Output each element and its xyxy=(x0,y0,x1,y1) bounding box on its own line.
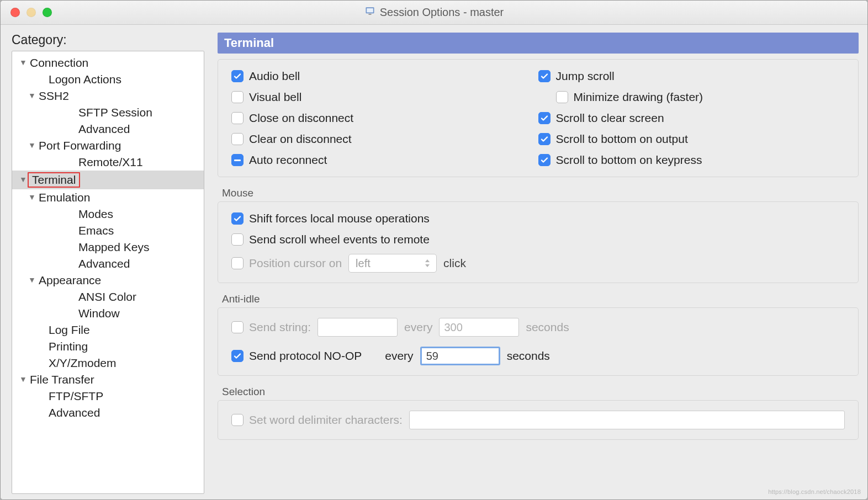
main-panel: Terminal Audio bell Visual bell Close on… xyxy=(213,25,867,499)
column-right: Jump scroll Minimize drawing (faster) Sc… xyxy=(538,70,845,167)
tree-label: Mapped Keys xyxy=(76,241,149,254)
shift-local-mouse-checkbox[interactable]: Shift forces local mouse operations xyxy=(231,212,845,225)
checkbox-label: Send protocol NO-OP xyxy=(249,349,362,363)
app-icon xyxy=(364,6,375,19)
auto-reconnect-checkbox[interactable]: Auto reconnect xyxy=(231,153,538,167)
tree-label: Advanced xyxy=(76,123,130,136)
scroll-bottom-output-checkbox[interactable]: Scroll to bottom on output xyxy=(538,132,845,146)
close-on-disconnect-checkbox[interactable]: Close on disconnect xyxy=(231,111,538,125)
tree-item-advanced-ft[interactable]: Advanced xyxy=(12,405,204,421)
tree-item-file-transfer[interactable]: ▼File Transfer xyxy=(12,371,204,388)
checkbox-label: Scroll to bottom on output xyxy=(556,132,688,146)
column-left: Audio bell Visual bell Close on disconne… xyxy=(231,70,538,167)
tree-label: Emacs xyxy=(76,224,114,237)
category-label: Category: xyxy=(12,33,204,47)
check-icon xyxy=(231,212,244,225)
chevron-down-icon: ▼ xyxy=(19,58,28,67)
chevron-down-icon: ▼ xyxy=(19,375,28,384)
position-cursor-checkbox[interactable]: Position cursor on xyxy=(231,257,342,270)
select-value: left xyxy=(356,257,371,270)
chevron-down-icon: ▼ xyxy=(28,141,36,150)
tree-item-ssh2[interactable]: ▼SSH2 xyxy=(12,88,204,104)
position-cursor-row: Position cursor on left click xyxy=(231,254,845,273)
sidebar: Category: ▼Connection Logon Actions ▼SSH… xyxy=(1,25,213,499)
svg-rect-1 xyxy=(367,8,373,13)
every-label: every xyxy=(385,349,413,363)
tree-label: Appearance xyxy=(36,274,101,287)
tree-label: Terminal xyxy=(28,172,80,188)
tree-label: Printing xyxy=(46,340,88,353)
check-icon xyxy=(538,154,551,166)
zoom-window-button[interactable] xyxy=(43,8,52,17)
checkbox-label: Clear on disconnect xyxy=(249,132,352,146)
clear-on-disconnect-checkbox[interactable]: Clear on disconnect xyxy=(231,132,538,146)
send-string-input[interactable] xyxy=(317,318,398,337)
tree-item-xyzmodem[interactable]: X/Y/Zmodem xyxy=(12,355,204,371)
tree-item-emulation[interactable]: ▼Emulation xyxy=(12,189,204,206)
tree-item-terminal[interactable]: ▼Terminal xyxy=(12,171,204,189)
scroll-clear-screen-checkbox[interactable]: Scroll to clear screen xyxy=(538,111,845,125)
mixed-icon xyxy=(231,154,244,166)
check-icon xyxy=(231,91,244,103)
category-tree[interactable]: ▼Connection Logon Actions ▼SSH2 SFTP Ses… xyxy=(12,51,204,494)
tree-item-ftp-sftp[interactable]: FTP/SFTP xyxy=(12,388,204,405)
close-window-button[interactable] xyxy=(10,8,20,17)
anti-idle-group-title: Anti-idle xyxy=(222,293,859,305)
tree-item-remote-x11[interactable]: Remote/X11 xyxy=(12,154,204,171)
minimize-drawing-checkbox[interactable]: Minimize drawing (faster) xyxy=(556,91,845,104)
every-label: every xyxy=(404,321,432,334)
tree-label: Emulation xyxy=(36,191,90,204)
tree-item-appearance[interactable]: ▼Appearance xyxy=(12,272,204,289)
checkbox-label: Visual bell xyxy=(249,91,301,104)
mouse-group: Shift forces local mouse operations Send… xyxy=(218,201,859,283)
word-delim-input[interactable] xyxy=(409,411,845,429)
tree-item-sftp-session[interactable]: SFTP Session xyxy=(12,104,204,121)
seconds-label: seconds xyxy=(526,321,569,334)
window-title: Session Options - master xyxy=(1,6,867,19)
checkbox-label: Set word delimiter characters: xyxy=(249,413,403,427)
terminal-options-group: Audio bell Visual bell Close on disconne… xyxy=(218,59,859,177)
tree-label: ANSI Color xyxy=(76,290,136,304)
minimize-window-button[interactable] xyxy=(27,8,36,17)
tree-item-advanced-ssh2[interactable]: Advanced xyxy=(12,121,204,137)
send-noop-checkbox[interactable]: Send protocol NO-OP xyxy=(231,349,362,363)
check-icon xyxy=(231,112,244,124)
tree-item-ansi-color[interactable]: ANSI Color xyxy=(12,289,204,305)
window-title-text: Session Options - master xyxy=(380,6,504,19)
word-delim-checkbox[interactable]: Set word delimiter characters: xyxy=(231,413,403,427)
tree-item-port-forwarding[interactable]: ▼Port Forwarding xyxy=(12,137,204,154)
check-icon xyxy=(231,350,244,362)
scroll-bottom-keypress-checkbox[interactable]: Scroll to bottom on keypress xyxy=(538,153,845,167)
string-interval-input[interactable] xyxy=(439,318,519,337)
audio-bell-checkbox[interactable]: Audio bell xyxy=(231,70,538,83)
send-string-checkbox[interactable]: Send string: xyxy=(231,321,311,334)
tree-label: Port Forwarding xyxy=(36,139,121,152)
tree-item-advanced-emu[interactable]: Advanced xyxy=(12,256,204,272)
tree-item-connection[interactable]: ▼Connection xyxy=(12,55,204,71)
checkbox-label: Send scroll wheel events to remote xyxy=(249,233,430,246)
cursor-button-select[interactable]: left xyxy=(348,254,437,273)
check-icon xyxy=(231,133,244,145)
tree-item-window[interactable]: Window xyxy=(12,305,204,322)
tree-label: File Transfer xyxy=(28,373,94,386)
send-noop-row: Send protocol NO-OP every seconds xyxy=(231,347,845,365)
anti-idle-group: Send string: every seconds Send protocol… xyxy=(218,307,859,376)
noop-interval-input[interactable] xyxy=(420,347,500,365)
check-icon xyxy=(231,257,244,269)
chevron-down-icon: ▼ xyxy=(28,275,36,284)
tree-label: SSH2 xyxy=(36,89,69,103)
tree-item-emacs[interactable]: Emacs xyxy=(12,222,204,239)
tree-item-log-file[interactable]: Log File xyxy=(12,322,204,338)
tree-label: Advanced xyxy=(76,257,130,270)
checkbox-label: Send string: xyxy=(249,321,311,334)
svg-rect-2 xyxy=(368,14,371,15)
tree-item-logon-actions[interactable]: Logon Actions xyxy=(12,71,204,88)
visual-bell-checkbox[interactable]: Visual bell xyxy=(231,91,538,104)
tree-item-modes[interactable]: Modes xyxy=(12,206,204,222)
jump-scroll-checkbox[interactable]: Jump scroll xyxy=(538,70,845,83)
tree-item-mapped-keys[interactable]: Mapped Keys xyxy=(12,239,204,256)
send-wheel-remote-checkbox[interactable]: Send scroll wheel events to remote xyxy=(231,233,845,246)
tree-item-printing[interactable]: Printing xyxy=(12,338,204,355)
svg-rect-0 xyxy=(366,7,374,13)
chevron-down-icon: ▼ xyxy=(28,193,36,201)
